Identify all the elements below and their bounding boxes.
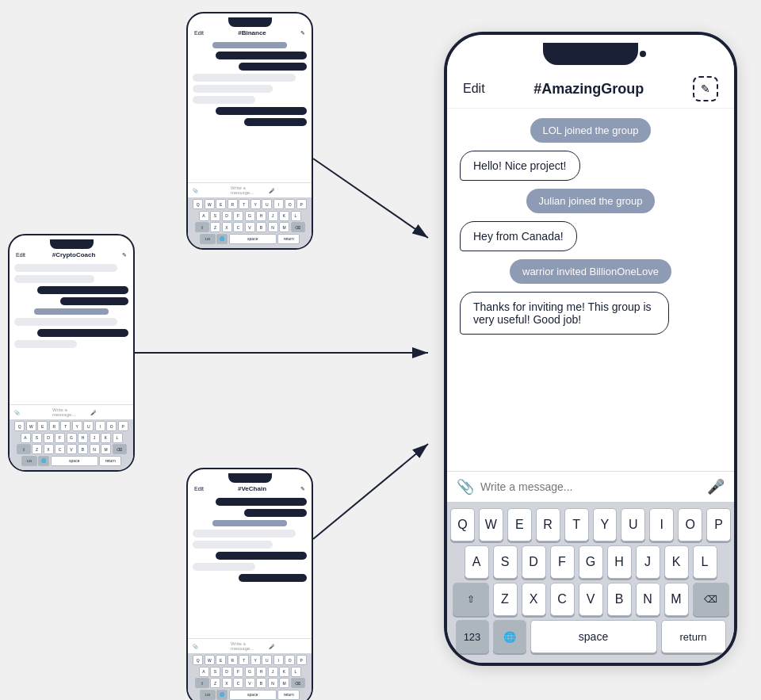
key-K[interactable]: K: [664, 545, 689, 579]
key-H[interactable]: H: [607, 545, 632, 579]
key-globe[interactable]: 🌐: [493, 620, 526, 653]
key-shift[interactable]: ⇧: [453, 583, 489, 616]
message-bubble-2: Hey from Canada!: [460, 221, 577, 251]
sp-return[interactable]: return: [277, 234, 300, 244]
sp-C[interactable]: C: [233, 222, 243, 232]
key-U[interactable]: U: [621, 508, 645, 541]
system-message-2: Julian joined the group: [526, 189, 656, 213]
sp-del[interactable]: ⌫: [291, 222, 305, 232]
key-L[interactable]: L: [693, 545, 717, 579]
key-S[interactable]: S: [493, 545, 518, 579]
small-phone-binance: Edit #Binance ✎ 📎Write a message...🎤 Q W…: [186, 12, 313, 250]
sp-E[interactable]: E: [216, 199, 226, 209]
sp-J[interactable]: J: [268, 211, 278, 221]
chat-header: Edit #AmazingGroup ✎: [447, 70, 734, 109]
message-input-area: 📎 🎤: [447, 471, 734, 502]
sp-W[interactable]: W: [205, 199, 215, 209]
message-bubble-3: Thanks for inviting me! This group is ve…: [460, 292, 669, 335]
key-F[interactable]: F: [550, 545, 575, 579]
keyboard-row-4: 123 🌐 space return: [450, 620, 731, 653]
sp-F[interactable]: F: [233, 211, 243, 221]
key-E[interactable]: E: [507, 508, 532, 541]
sp-edit-crypto[interactable]: Edit: [16, 252, 25, 258]
sp-I[interactable]: I: [273, 199, 284, 209]
sp-123[interactable]: 123: [200, 234, 216, 244]
system-message-3: warrior invited BillionOneLove: [510, 259, 671, 284]
key-Z[interactable]: Z: [493, 583, 518, 616]
sp-O[interactable]: O: [285, 199, 295, 209]
key-Q[interactable]: Q: [450, 508, 475, 541]
key-X[interactable]: X: [522, 583, 546, 616]
sp-L[interactable]: L: [291, 211, 301, 221]
sp-B[interactable]: B: [256, 222, 266, 232]
key-P[interactable]: P: [706, 508, 731, 541]
sp-A[interactable]: A: [199, 211, 209, 221]
chat-area: LOL joined the group Hello! Nice project…: [447, 109, 734, 471]
key-J[interactable]: J: [636, 545, 660, 579]
notch: [543, 43, 638, 65]
key-I[interactable]: I: [649, 508, 674, 541]
message-bubble-1: Hello! Nice project!: [460, 151, 580, 181]
key-W[interactable]: W: [479, 508, 503, 541]
sp-R[interactable]: R: [228, 199, 238, 209]
key-G[interactable]: G: [579, 545, 603, 579]
sp-V[interactable]: V: [245, 222, 255, 232]
large-phone: Edit #AmazingGroup ✎ LOL joined the grou…: [444, 32, 737, 666]
small-phone-vechain: Edit #VeChain ✎ 📎Write a message...🎤 QWE…: [186, 468, 313, 700]
sp-D[interactable]: D: [222, 211, 232, 221]
key-O[interactable]: O: [678, 508, 702, 541]
microphone-icon[interactable]: 🎤: [707, 478, 725, 495]
small-phone-cryptocoach: Edit #CryptoCoach ✎ 📎Write a message...🎤…: [8, 234, 135, 472]
sp-Z[interactable]: Z: [210, 222, 220, 232]
sp-edit-binance[interactable]: Edit: [194, 30, 204, 36]
key-V[interactable]: V: [579, 583, 603, 616]
key-C[interactable]: C: [550, 583, 575, 616]
keyboard: Q W E R T Y U I O P A S D F G H J K L ⇧ …: [447, 502, 734, 663]
group-name: #AmazingGroup: [485, 81, 693, 98]
sp-H[interactable]: H: [256, 211, 266, 221]
key-space[interactable]: space: [530, 620, 657, 653]
key-B[interactable]: B: [607, 583, 632, 616]
sp-Y[interactable]: Y: [250, 199, 261, 209]
sp-G[interactable]: G: [245, 211, 255, 221]
keyboard-row-1: Q W E R T Y U I O P: [450, 508, 731, 541]
sp-S[interactable]: S: [210, 211, 220, 221]
sp-T[interactable]: T: [239, 199, 249, 209]
key-M[interactable]: M: [664, 583, 689, 616]
sp-M[interactable]: M: [279, 222, 289, 232]
sp-globe[interactable]: 🌐: [216, 234, 228, 244]
edit-button[interactable]: Edit: [463, 82, 485, 96]
key-return[interactable]: return: [661, 620, 726, 653]
sp-name-vechain: #VeChain: [238, 485, 266, 492]
key-Y[interactable]: Y: [593, 508, 618, 541]
attach-icon[interactable]: 📎: [457, 478, 474, 495]
sp-shift[interactable]: ⇧: [195, 222, 209, 232]
edit-pencil-icon[interactable]: ✎: [693, 76, 718, 101]
sp-name-binance: #Binance: [238, 29, 266, 36]
sp-icon-binance[interactable]: ✎: [300, 30, 305, 36]
sp-edit-vechain[interactable]: Edit: [194, 486, 204, 492]
key-A[interactable]: A: [465, 545, 489, 579]
system-message-1: LOL joined the group: [530, 118, 652, 143]
sp-U[interactable]: U: [262, 199, 272, 209]
key-delete[interactable]: ⌫: [693, 583, 729, 616]
sp-P[interactable]: P: [296, 199, 307, 209]
keyboard-row-3: ⇧ Z X C V B N M ⌫: [450, 583, 731, 616]
key-R[interactable]: R: [536, 508, 560, 541]
key-N[interactable]: N: [636, 583, 660, 616]
sp-space[interactable]: space: [229, 234, 277, 244]
sp-K[interactable]: K: [279, 211, 289, 221]
keyboard-row-2: A S D F G H J K L: [450, 545, 731, 579]
sp-Q[interactable]: Q: [193, 199, 203, 209]
sp-icon-crypto[interactable]: ✎: [122, 252, 127, 258]
sp-X[interactable]: X: [222, 222, 232, 232]
sp-name-crypto: #CryptoCoach: [52, 251, 96, 258]
notch-bar: [447, 35, 734, 70]
key-123[interactable]: 123: [456, 620, 489, 653]
sp-icon-vechain[interactable]: ✎: [300, 486, 305, 492]
key-T[interactable]: T: [564, 508, 589, 541]
sp-N[interactable]: N: [268, 222, 278, 232]
key-D[interactable]: D: [522, 545, 546, 579]
message-input[interactable]: [480, 480, 701, 493]
